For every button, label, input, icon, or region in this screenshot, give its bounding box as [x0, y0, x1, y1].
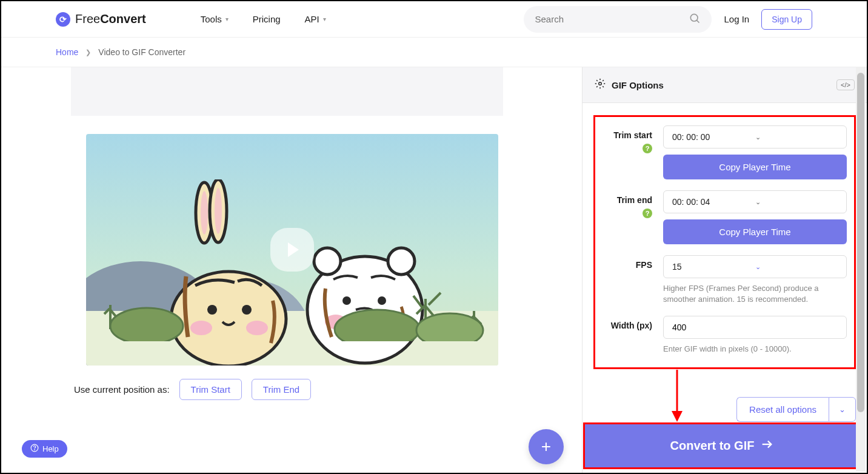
- add-button[interactable]: +: [529, 429, 564, 464]
- nav-pricing[interactable]: Pricing: [253, 14, 281, 24]
- signup-button[interactable]: Sign Up: [761, 9, 812, 30]
- trim-end-label: Trim end ?: [603, 190, 652, 244]
- login-link[interactable]: Log In: [724, 14, 749, 24]
- chevron-down-icon: ⌄: [755, 198, 838, 206]
- nav: Tools▾ Pricing API▾: [201, 14, 326, 24]
- logo-icon: ⟳: [56, 12, 70, 27]
- logo-prefix: Free: [75, 12, 100, 25]
- convert-button-label: Convert to GIF: [670, 439, 755, 453]
- chevron-down-icon: ▾: [323, 16, 326, 22]
- copy-player-time-end-button[interactable]: Copy Player Time: [663, 219, 847, 244]
- help-button[interactable]: Help: [22, 440, 67, 458]
- trim-start-select[interactable]: 00: 00: 00 ⌄: [663, 125, 847, 149]
- logo[interactable]: ⟳ FreeConvert: [56, 12, 146, 27]
- search-input[interactable]: [535, 14, 689, 24]
- svg-line-1: [697, 20, 699, 22]
- trim-label: Use current position as:: [74, 384, 170, 395]
- trim-start-value: 00: 00: 00: [672, 132, 755, 142]
- trim-end-value: 00: 00: 04: [672, 197, 755, 207]
- fps-select[interactable]: 15 ⌄: [663, 255, 847, 278]
- logo-suffix: Convert: [100, 12, 146, 25]
- width-label: Width (px): [603, 316, 652, 355]
- svg-point-19: [110, 308, 183, 341]
- width-hint: Enter GIF width in pixels (0 - 10000).: [663, 344, 847, 355]
- help-icon[interactable]: ?: [643, 144, 652, 153]
- trim-end-button[interactable]: Trim End: [252, 379, 311, 400]
- header: ⟳ FreeConvert Tools▾ Pricing API▾ Log In…: [1, 1, 867, 38]
- chevron-down-icon: ▾: [225, 16, 229, 22]
- options-title: GIF Options: [612, 80, 830, 90]
- trim-start-button[interactable]: Trim Start: [179, 379, 242, 400]
- code-icon[interactable]: </>: [836, 79, 855, 90]
- play-icon: [288, 242, 299, 257]
- convert-button[interactable]: Convert to GIF: [583, 422, 861, 469]
- help-icon: [30, 444, 39, 454]
- svg-point-27: [35, 450, 35, 450]
- svg-point-22: [599, 82, 602, 85]
- search-box[interactable]: [524, 6, 712, 33]
- breadcrumb-current: Video to GIF Converter: [98, 47, 185, 57]
- svg-point-6: [215, 188, 222, 234]
- search-icon[interactable]: [689, 12, 701, 27]
- help-label: Help: [42, 444, 59, 453]
- width-input[interactable]: [663, 316, 847, 339]
- breadcrumb-home[interactable]: Home: [56, 47, 78, 57]
- nav-tools[interactable]: Tools▾: [201, 14, 229, 24]
- chevron-down-icon: ⌄: [755, 133, 838, 141]
- nav-api[interactable]: API▾: [305, 14, 326, 24]
- plus-icon: +: [541, 437, 551, 456]
- trim-start-label: Trim start ?: [603, 125, 652, 179]
- svg-point-5: [201, 191, 208, 235]
- breadcrumb: Home ❯ Video to GIF Converter: [1, 38, 867, 67]
- chevron-right-icon: ❯: [85, 48, 91, 56]
- chevron-down-icon: ⌄: [755, 263, 838, 271]
- play-button[interactable]: [270, 228, 314, 272]
- fps-label: FPS: [603, 255, 652, 305]
- svg-point-21: [416, 313, 483, 341]
- nav-api-label: API: [305, 14, 319, 24]
- trim-end-select[interactable]: 00: 00: 04 ⌄: [663, 190, 847, 213]
- gear-icon: [595, 78, 606, 92]
- scrollbar-thumb[interactable]: [857, 73, 864, 412]
- options-highlight-box: Trim start ? 00: 00: 00 ⌄ Copy Player Ti…: [593, 115, 856, 369]
- svg-point-0: [691, 14, 698, 21]
- fps-hint: Higher FPS (Frames Per Second) produce a…: [663, 283, 847, 305]
- video-preview[interactable]: [86, 134, 498, 366]
- scrollbar[interactable]: [856, 67, 866, 472]
- placeholder-area: [71, 67, 503, 116]
- nav-tools-label: Tools: [201, 14, 222, 24]
- arrow-right-icon: [760, 438, 773, 454]
- reset-options-dropdown[interactable]: ⌄: [829, 397, 856, 422]
- reset-options-button[interactable]: Reset all options: [736, 397, 829, 422]
- svg-point-20: [335, 310, 419, 341]
- fps-value: 15: [672, 262, 755, 272]
- options-header: GIF Options </>: [583, 67, 867, 103]
- help-icon[interactable]: ?: [643, 209, 652, 218]
- copy-player-time-start-button[interactable]: Copy Player Time: [663, 155, 847, 179]
